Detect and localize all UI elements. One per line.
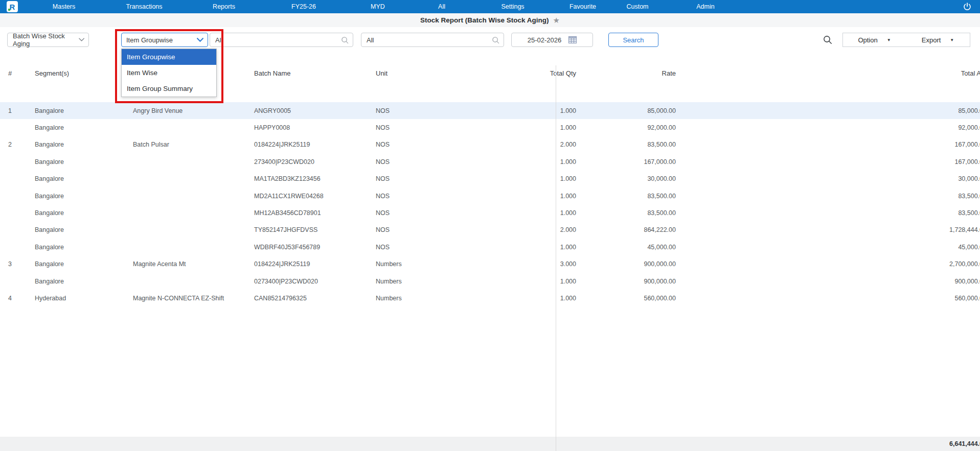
search-icon xyxy=(341,36,349,44)
dropdown-option-item-group-summary[interactable]: Item Group Summary xyxy=(122,81,216,97)
cell-unit: NOS xyxy=(374,209,441,217)
table-footer-row: 6,641,444.00 xyxy=(0,437,980,451)
cell-unit: NOS xyxy=(374,158,441,165)
column-header-batch-name[interactable]: Batch Name xyxy=(254,69,374,77)
dropdown-option-item-wise[interactable]: Item Wise xyxy=(122,65,216,81)
option-label: Option xyxy=(858,36,877,44)
cell-rate: 45,000.00 xyxy=(576,244,676,251)
cell-batch: 0184224|JRK25119 xyxy=(254,260,374,268)
cell-amount: 900,000.00 xyxy=(676,278,980,285)
cell-segment: Bangalore xyxy=(28,158,128,165)
nav-item-myd[interactable]: MYD xyxy=(371,0,385,13)
table-row[interactable]: BangaloreHAPPY0008NOS1.00092,000.0092,00… xyxy=(0,119,980,136)
cell-segment: Bangalore xyxy=(28,124,128,131)
cell-segment: Bangalore xyxy=(28,226,128,233)
search-icon xyxy=(492,36,499,44)
cell-amount: 1,728,444.00 xyxy=(676,226,980,233)
cell-rate: 85,000.00 xyxy=(576,107,676,114)
table-row[interactable]: BangaloreMD2A11CX1RWE04268NOS1.00083,500… xyxy=(0,187,980,204)
export-label: Export xyxy=(922,36,941,44)
nav-item-admin[interactable]: Admin xyxy=(696,0,714,13)
cell-unit: NOS xyxy=(374,175,441,182)
table-row[interactable]: 2BangaloreBatch Pulsar0184224|JRK25119NO… xyxy=(0,136,980,153)
cell-unit: NOS xyxy=(374,226,441,233)
cell-rate: 30,000.00 xyxy=(576,175,676,182)
table-row[interactable]: 1BangaloreAngry Bird VenueANGRY0005NOS1.… xyxy=(0,102,980,119)
cell-segment: Bangalore xyxy=(28,107,128,114)
view-mode-select[interactable]: Item Groupwise xyxy=(121,33,208,47)
table-row[interactable]: Bangalore0273400|P23CWD020Numbers1.00090… xyxy=(0,273,980,290)
cell-batch: MA1TA2BD3KZ123456 xyxy=(254,175,374,182)
cell-batch: ANGRY0005 xyxy=(254,107,374,114)
table-row[interactable]: 4HyderabadMagnite N-CONNECTA EZ-ShiftCAN… xyxy=(0,290,980,306)
cell-batch: HAPPY0008 xyxy=(254,124,374,131)
nav-item-masters[interactable]: Masters xyxy=(53,0,75,13)
cell-segment: Bangalore xyxy=(28,244,128,251)
chevron-down-icon xyxy=(197,38,203,42)
report-type-value: Batch Wise Stock Aging xyxy=(13,32,79,48)
cell-segment: Bangalore xyxy=(28,278,128,285)
calendar-icon xyxy=(568,36,577,43)
app-logo[interactable]: R xyxy=(7,1,18,12)
table-row[interactable]: Bangalore273400|P23CWD020NOS1.000167,000… xyxy=(0,153,980,170)
column-header-rate[interactable]: Rate xyxy=(576,69,676,77)
report-type-select[interactable]: Batch Wise Stock Aging xyxy=(7,33,89,47)
nav-item-reports[interactable]: Reports xyxy=(213,0,235,13)
cell-batch: 273400|P23CWD020 xyxy=(254,158,374,165)
nav-item-settings[interactable]: Settings xyxy=(501,0,524,13)
cell-segment: Bangalore xyxy=(28,260,128,268)
cell-amount: 167,000.00 xyxy=(676,158,980,165)
cell-rate: 83,500.00 xyxy=(576,141,676,148)
nav-item-all[interactable]: All xyxy=(438,0,445,13)
cell-rate: 92,000.00 xyxy=(576,124,676,131)
nav-item-transactions[interactable]: Transactions xyxy=(126,0,162,13)
favourite-star-icon[interactable]: ★ xyxy=(553,16,559,24)
cell-unit: Numbers xyxy=(374,295,441,302)
caret-down-icon: ▼ xyxy=(950,38,954,42)
cell-amount: 2,700,000.00 xyxy=(676,260,980,268)
group-filter-field xyxy=(361,33,504,47)
date-picker[interactable]: 25-02-2026 xyxy=(511,33,593,47)
column-header-segment[interactable]: Segment(s) xyxy=(28,69,128,77)
cell-rate: 560,000.00 xyxy=(576,295,676,302)
cell-segment: Bangalore xyxy=(28,193,128,200)
cell-rate: 167,000.00 xyxy=(576,158,676,165)
cell-batch: WDBRF40J53F456789 xyxy=(254,244,374,251)
nav-item-custom[interactable]: Custom xyxy=(626,0,648,13)
table-row[interactable]: BangaloreWDBRF40J53F456789NOS1.00045,000… xyxy=(0,239,980,255)
cell-segment: Bangalore xyxy=(28,175,128,182)
dropdown-option-item-groupwise[interactable]: Item Groupwise xyxy=(122,49,216,65)
cell-item: Magnite Acenta Mt xyxy=(128,260,254,268)
search-button[interactable]: Search xyxy=(608,33,658,47)
nav-item-favourite[interactable]: Favourite xyxy=(569,0,596,13)
table-search-icon[interactable] xyxy=(822,33,833,47)
cell-batch: CAN85214796325 xyxy=(254,295,374,302)
table-row[interactable]: BangaloreTY852147JHGFDVSSNOS2.000864,222… xyxy=(0,222,980,239)
cell-unit: NOS xyxy=(374,141,441,148)
table-body: 1BangaloreAngry Bird VenueANGRY0005NOS1.… xyxy=(0,102,980,307)
table-row[interactable]: BangaloreMH12AB3456CD78901NOS1.00083,500… xyxy=(0,204,980,221)
column-header-number[interactable]: # xyxy=(0,69,28,77)
table-row[interactable]: BangaloreMA1TA2BD3KZ123456NOS1.00030,000… xyxy=(0,171,980,187)
cell-amount: 167,000.00 xyxy=(676,141,980,148)
option-button[interactable]: Option ▼ xyxy=(842,33,906,47)
nav-item-fy25-26[interactable]: FY25-26 xyxy=(291,0,316,13)
power-icon[interactable] xyxy=(963,2,972,11)
table-row[interactable]: 3BangaloreMagnite Acenta Mt0184224|JRK25… xyxy=(0,256,980,273)
cell-batch: MH12AB3456CD78901 xyxy=(254,209,374,217)
cell-amount: 92,000.00 xyxy=(676,124,980,131)
grand-total-amount: 6,641,444.00 xyxy=(676,440,980,447)
cell-segment: Bangalore xyxy=(28,209,128,217)
cell-rate: 83,500.00 xyxy=(576,193,676,200)
cell-amount: 83,500.00 xyxy=(676,209,980,217)
cell-segment: Hyderabad xyxy=(28,295,128,302)
column-header-total-amount[interactable]: Total Amount xyxy=(676,69,980,77)
column-header-unit[interactable]: Unit xyxy=(374,69,441,77)
item-filter-input[interactable] xyxy=(210,34,341,46)
cell-rate: 864,222.00 xyxy=(576,226,676,233)
cell-segment: Bangalore xyxy=(28,141,128,148)
cell-batch: TY852147JHGFDVSS xyxy=(254,226,374,233)
cell-item: Magnite N-CONNECTA EZ-Shift xyxy=(128,295,254,302)
group-filter-input[interactable] xyxy=(361,34,492,46)
export-button[interactable]: Export ▼ xyxy=(906,33,970,47)
